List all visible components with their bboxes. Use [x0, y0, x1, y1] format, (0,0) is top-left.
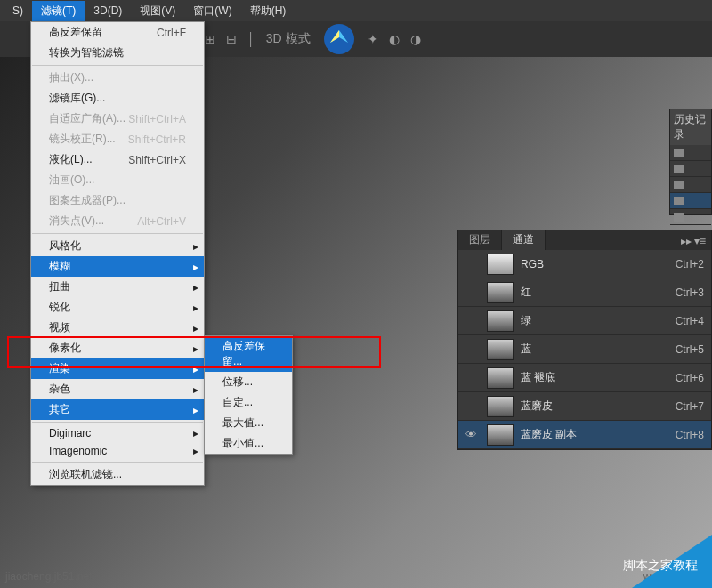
menu-video[interactable]: 视频▸	[31, 318, 204, 338]
channel-name: 绿	[521, 313, 676, 328]
channel-shortcut: Ctrl+2	[676, 258, 704, 270]
channel-blue-fade[interactable]: 蓝 褪底 Ctrl+6	[458, 364, 711, 392]
tool-icon[interactable]: ⊞	[205, 32, 215, 46]
document-icon	[674, 197, 684, 205]
corner-watermark: 脚本之家教程	[623, 558, 698, 574]
menu-vanishing-point: 消失点(V)...Alt+Ctrl+V	[31, 211, 204, 231]
channel-name: 红	[521, 285, 676, 300]
menu-render[interactable]: 渲染▸	[31, 358, 204, 379]
tool-icon[interactable]: ⊟	[226, 32, 237, 46]
svg-point-0	[324, 24, 354, 54]
submenu-high-pass[interactable]: 高反差保留...	[205, 336, 292, 372]
tool-icon[interactable]: ◐	[389, 32, 400, 46]
menu-sharpen[interactable]: 锐化▸	[31, 297, 204, 318]
channel-name: 蓝 褪底	[521, 370, 676, 385]
menu-stylize[interactable]: 风格化▸	[31, 236, 204, 256]
channel-shortcut: Ctrl+3	[676, 286, 704, 299]
rotate-icon[interactable]: ✦	[368, 32, 378, 46]
menubar-window[interactable]: 窗口(W)	[184, 1, 240, 21]
channel-red[interactable]: 红 Ctrl+3	[458, 278, 711, 307]
history-row[interactable]	[670, 161, 711, 177]
menu-other[interactable]: 其它▸	[31, 399, 204, 420]
app-logo-icon	[321, 21, 357, 57]
tool-icon[interactable]: │	[247, 32, 255, 46]
menu-browse-online[interactable]: 浏览联机滤镜...	[31, 464, 204, 485]
channel-shortcut: Ctrl+8	[676, 429, 704, 441]
other-submenu: 高反差保留... 位移... 自定... 最大值... 最小值...	[204, 335, 293, 455]
visibility-toggle[interactable]: 👁	[462, 428, 480, 441]
chevron-right-icon: ▸	[193, 240, 198, 253]
panel-flyout-icon[interactable]: ▸▸ ▾≡	[676, 232, 711, 250]
panel-tabs: 图层 通道 ▸▸ ▾≡	[458, 230, 711, 250]
menu-convert-smart[interactable]: 转换为智能滤镜	[31, 43, 204, 63]
chevron-right-icon: ▸	[193, 342, 198, 355]
chevron-right-icon: ▸	[193, 363, 198, 375]
menu-liquify[interactable]: 液化(L)...Shift+Ctrl+X	[31, 149, 204, 170]
channel-name: RGB	[521, 258, 676, 270]
channel-name: 蓝磨皮 副本	[521, 427, 676, 442]
menu-imagenomic[interactable]: Imagenomic▸	[31, 442, 204, 460]
history-row[interactable]	[670, 209, 711, 225]
menu-separator	[32, 233, 203, 234]
channel-blue-smooth[interactable]: 蓝磨皮 Ctrl+7	[458, 392, 711, 421]
channel-blue[interactable]: 蓝 Ctrl+5	[458, 335, 711, 364]
channel-blue-smooth-copy[interactable]: 👁 蓝磨皮 副本 Ctrl+8	[458, 421, 711, 449]
history-row[interactable]	[670, 193, 711, 209]
submenu-maximum[interactable]: 最大值...	[205, 413, 292, 433]
menubar-3d[interactable]: 3D(D)	[85, 2, 131, 20]
tab-channels[interactable]: 通道	[502, 230, 546, 250]
menu-filter-gallery[interactable]: 滤镜库(G)...	[31, 88, 204, 109]
channel-green[interactable]: 绿 Ctrl+4	[458, 307, 711, 335]
chevron-right-icon: ▸	[193, 322, 198, 334]
channel-thumb	[487, 367, 514, 389]
history-title: 历史记录	[670, 109, 711, 145]
document-icon	[674, 165, 684, 173]
menu-oil-paint: 油画(O)...	[31, 170, 204, 190]
chevron-right-icon: ▸	[193, 427, 198, 439]
submenu-offset[interactable]: 位移...	[205, 372, 292, 392]
channel-thumb	[487, 396, 514, 417]
menubar-view[interactable]: 视图(V)	[131, 1, 184, 21]
chevron-right-icon: ▸	[193, 404, 198, 416]
menu-noise[interactable]: 杂色▸	[31, 379, 204, 399]
channel-name: 蓝磨皮	[521, 399, 676, 414]
watermark: jiaocheng.jb51.net www.jb51.net	[5, 570, 707, 583]
channel-thumb	[487, 339, 514, 360]
channels-panel: 图层 通道 ▸▸ ▾≡ RGB Ctrl+2 红 Ctrl+3 绿 Ctrl+4…	[457, 230, 712, 450]
channel-name: 蓝	[521, 342, 676, 357]
menu-pixelate[interactable]: 像素化▸	[31, 338, 204, 358]
document-icon	[674, 149, 684, 157]
menu-extract: 抽出(X)...	[31, 68, 204, 88]
menu-blur[interactable]: 模糊▸	[31, 256, 204, 277]
channel-thumb	[487, 424, 514, 446]
channel-shortcut: Ctrl+6	[676, 372, 704, 384]
submenu-custom[interactable]: 自定...	[205, 392, 292, 413]
submenu-minimum[interactable]: 最小值...	[205, 433, 292, 454]
menubar-select[interactable]: S)	[4, 2, 32, 20]
menubar: S) 滤镜(T) 3D(D) 视图(V) 窗口(W) 帮助(H)	[0, 0, 712, 21]
history-row[interactable]	[670, 177, 711, 193]
tool-icon[interactable]: ◑	[410, 32, 421, 46]
menubar-help[interactable]: 帮助(H)	[241, 1, 295, 21]
channel-shortcut: Ctrl+5	[676, 343, 704, 356]
menu-separator	[32, 422, 203, 423]
menubar-filter[interactable]: 滤镜(T)	[32, 1, 85, 21]
channel-thumb	[487, 310, 514, 332]
document-icon	[674, 213, 684, 222]
channel-thumb	[487, 254, 514, 275]
menu-adaptive-wide: 自适应广角(A)...Shift+Ctrl+A	[31, 109, 204, 129]
history-panel[interactable]: 历史记录	[669, 109, 712, 215]
tab-layers[interactable]: 图层	[458, 230, 502, 250]
menu-pattern-maker: 图案生成器(P)...	[31, 190, 204, 211]
chevron-right-icon: ▸	[193, 281, 198, 294]
chevron-right-icon: ▸	[193, 445, 198, 457]
history-row[interactable]	[670, 145, 711, 161]
menu-high-pass-repeat[interactable]: 高反差保留Ctrl+F	[31, 22, 204, 43]
menu-distort[interactable]: 扭曲▸	[31, 277, 204, 297]
channel-shortcut: Ctrl+4	[676, 315, 704, 327]
channel-rgb[interactable]: RGB Ctrl+2	[458, 250, 711, 278]
menu-digimarc[interactable]: Digimarc▸	[31, 424, 204, 442]
filter-menu: 高反差保留Ctrl+F 转换为智能滤镜 抽出(X)... 滤镜库(G)... 自…	[30, 21, 205, 486]
chevron-right-icon: ▸	[193, 261, 198, 273]
chevron-right-icon: ▸	[193, 383, 198, 396]
